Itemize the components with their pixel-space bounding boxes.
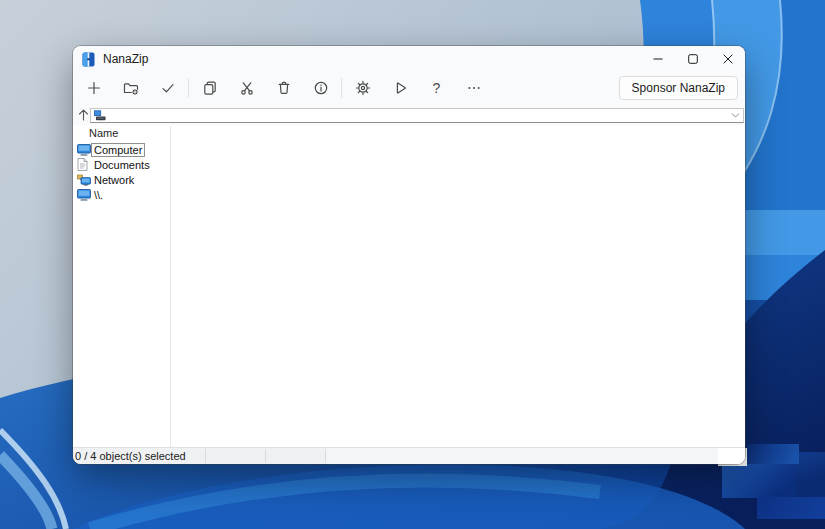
computer-icon [77,189,91,201]
list-item-unc-root[interactable]: \\. [73,187,745,202]
status-divider [325,449,326,463]
list-item-documents[interactable]: Documents [73,157,745,172]
gear-icon [355,80,371,96]
plus-icon [86,80,102,96]
column-header-name[interactable]: Name [89,127,118,141]
move-button[interactable] [228,74,265,102]
trash-icon [276,80,292,96]
close-button[interactable] [710,46,745,72]
more-button[interactable] [455,74,492,102]
toolbar-separator [341,78,342,98]
run-button[interactable] [381,74,418,102]
check-icon [160,80,176,96]
play-icon [392,80,408,96]
status-divider [205,449,206,463]
document-icon [77,158,88,171]
help-button[interactable]: ? [418,74,455,102]
nanazip-window: NanaZip [73,46,745,464]
address-bar [73,104,745,125]
address-input[interactable] [107,109,727,122]
list-item-label: \\. [91,188,106,202]
titlebar[interactable]: NanaZip [73,46,745,72]
extract-button[interactable] [112,74,149,102]
info-button[interactable] [302,74,339,102]
minimize-icon [653,54,663,64]
list-item-label: Documents [91,158,153,172]
status-cell [718,448,745,464]
computer-icon [94,110,106,122]
copy-icon [202,80,218,96]
window-title: NanaZip [103,52,148,66]
sponsor-button[interactable]: Sponsor NanaZip [619,76,738,100]
options-button[interactable] [344,74,381,102]
maximize-button[interactable] [675,46,710,72]
minimize-button[interactable] [640,46,675,72]
list-item-label: Network [91,173,137,187]
ellipsis-icon [466,80,482,96]
screen-artifact [757,497,825,519]
test-button[interactable] [149,74,186,102]
status-divider [265,449,266,463]
up-button[interactable] [75,106,91,123]
selection-status: 0 / 4 object(s) selected [75,450,186,462]
status-bar: 0 / 4 object(s) selected [73,447,745,464]
list-item-computer[interactable]: Computer [73,142,745,157]
list-item-label: Computer [91,143,145,157]
network-icon [77,174,91,186]
toolbar: ? Sponsor NanaZip [73,72,745,104]
copy-button[interactable] [191,74,228,102]
list-item-network[interactable]: Network [73,172,745,187]
delete-button[interactable] [265,74,302,102]
chevron-down-icon[interactable] [731,113,740,118]
scissors-icon [239,80,255,96]
add-button[interactable] [75,74,112,102]
screen-artifact [722,464,796,498]
close-icon [723,54,733,64]
file-list: Name Computer [73,125,745,447]
folder-extract-icon [123,80,139,96]
maximize-icon [688,54,698,64]
address-field[interactable] [90,108,744,123]
screen-artifact [747,444,799,464]
status-cell [325,448,718,464]
computer-icon [77,144,91,156]
info-icon [313,80,329,96]
nanazip-app-icon [82,52,95,67]
question-icon: ? [433,80,441,96]
toolbar-separator [188,78,189,98]
desktop: NanaZip [0,0,825,529]
arrow-up-icon [78,109,89,121]
